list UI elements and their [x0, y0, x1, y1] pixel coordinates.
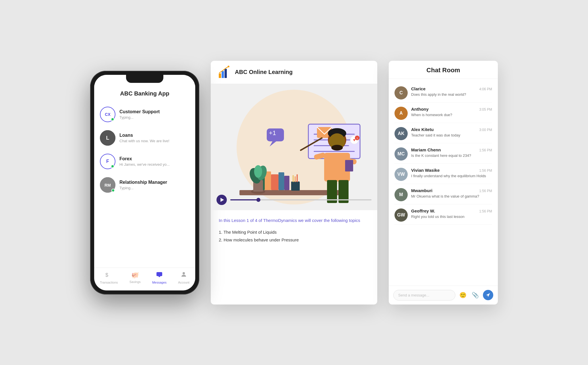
svg-rect-19 — [291, 181, 300, 191]
chat-room-header: Chat Room — [389, 61, 498, 79]
chat-name-loans: Loans — [119, 133, 189, 138]
lesson-topic-2: 2. How molecules behave under Pressure — [219, 237, 369, 242]
chat-list: CX Customer Support Typing... L Loans Ch… — [100, 104, 189, 268]
lesson-content: In this Lesson 1 of 4 of ThermoDynamics … — [211, 210, 377, 249]
svg-rect-5 — [156, 272, 162, 276]
phone-frame: ABC Banking App CX Customer Support Typi… — [90, 71, 199, 294]
svg-rect-9 — [222, 71, 224, 78]
chat-room: Chat Room C Clarice 4:06 PM Does this ap… — [389, 61, 498, 305]
msg-name-mwamburi: Mwamburi — [411, 188, 432, 193]
emoji-button[interactable]: 🙂 — [458, 290, 468, 300]
svg-rect-21 — [295, 176, 296, 182]
msg-body-anthony: Anthony 3:05 PM When is homework due? — [411, 107, 492, 118]
tab-messages[interactable]: Messages — [152, 271, 167, 284]
chat-item-forex[interactable]: F Forex Hi James, we've received yo... — [100, 151, 189, 172]
svg-rect-17 — [278, 172, 284, 190]
online-indicator — [111, 118, 114, 121]
tab-label-savings: Savings — [129, 280, 141, 284]
learning-app: ABC Online Learning — [211, 61, 377, 305]
tab-account[interactable]: Account — [178, 271, 189, 284]
progress-fill — [230, 199, 258, 200]
online-indicator — [111, 189, 115, 192]
msg-name-alex: Alex Kitetu — [411, 127, 434, 132]
chat-preview-loans: Chat with us now. We are live! — [119, 139, 189, 143]
svg-text:RM: RM — [105, 183, 111, 188]
msg-avatar-mwamburi: M — [394, 188, 408, 201]
msg-name-clarice: Clarice — [411, 86, 425, 91]
msg-item-mwamburi: M Mwamburi 1:56 PM Mr Okuema what is the… — [394, 185, 492, 204]
msg-item-alex: AK Alex Kitetu 3:00 PM Teacher said it w… — [394, 124, 492, 143]
msg-time-mwamburi: 1:56 PM — [479, 189, 492, 193]
msg-text-alex: Teacher said it was due today — [411, 133, 492, 138]
msg-avatar-clarice: C — [394, 86, 408, 99]
msg-time-anthony: 3:05 PM — [479, 108, 492, 112]
svg-rect-18 — [284, 176, 289, 190]
lesson-description: In this Lesson 1 of 4 of ThermoDynamics … — [219, 217, 369, 224]
play-button[interactable] — [216, 195, 227, 205]
msg-text-geoffrey: Right you told us this last lesson — [411, 214, 492, 219]
svg-text:1: 1 — [356, 137, 358, 140]
msg-item-geoffrey: GW Geoffrey W. 1:56 PM Right you told us… — [394, 206, 492, 225]
attachment-button[interactable]: 📎 — [471, 290, 480, 300]
chat-name-customer-support: Customer Support — [119, 109, 189, 114]
tab-label-messages: Messages — [152, 281, 167, 284]
msg-body-mwamburi: Mwamburi 1:56 PM Mr Okuema what is the v… — [411, 188, 492, 199]
lesson-topic-1: 1. The Melting Point of Liquids — [219, 230, 369, 235]
tab-transactions[interactable]: $ Transactions — [100, 271, 118, 284]
svg-text:+1: +1 — [269, 129, 276, 136]
chat-avatar-relationship-manager: RM — [100, 177, 115, 193]
message-input[interactable] — [393, 290, 455, 300]
msg-avatar-anthony: A — [394, 107, 408, 120]
msg-text-vivian: I finally understand why the equilibrium… — [411, 173, 492, 179]
chat-preview-relationship-manager: Typing... — [119, 186, 189, 190]
msg-avatar-geoffrey: GW — [394, 208, 408, 222]
chat-preview-customer-support: Typing... — [119, 115, 189, 120]
msg-text-anthony: When is homework due? — [411, 112, 492, 118]
svg-point-44 — [331, 145, 343, 151]
svg-point-7 — [183, 272, 185, 274]
msg-name-vivian: Vivian Wasike — [411, 168, 440, 173]
svg-rect-8 — [219, 73, 221, 78]
svg-rect-10 — [225, 69, 227, 78]
chat-name-forex: Forex — [119, 156, 189, 161]
msg-name-anthony: Anthony — [411, 107, 429, 112]
tab-icon-account — [180, 271, 187, 280]
msg-text-clarice: Does this apply in the real world? — [411, 92, 492, 97]
msg-item-mariam: MC Mariam Chenn 1:56 PM Is the K constan… — [394, 145, 492, 164]
msg-body-mariam: Mariam Chenn 1:56 PM Is the K constant h… — [411, 147, 492, 158]
chat-item-customer-support[interactable]: CX Customer Support Typing... — [100, 104, 189, 125]
msg-item-anthony: A Anthony 3:05 PM When is homework due? — [394, 104, 492, 123]
app-title: ABC Banking App — [100, 90, 189, 97]
svg-rect-22 — [297, 174, 298, 182]
lesson-topics: 1. The Melting Point of Liquids2. How mo… — [219, 230, 369, 242]
msg-text-mwamburi: Mr Okuema what is the value of gamma? — [411, 194, 492, 199]
phone-device: ABC Banking App CX Customer Support Typi… — [90, 71, 199, 294]
chat-item-loans[interactable]: L Loans Chat with us now. We are live! — [100, 127, 189, 149]
progress-thumb — [256, 198, 260, 202]
tab-icon-messages — [156, 271, 163, 280]
msg-body-vivian: Vivian Wasike 1:56 PM I finally understa… — [411, 168, 492, 179]
msg-name-mariam: Mariam Chenn — [411, 147, 441, 152]
learning-app-title: ABC Online Learning — [235, 69, 293, 75]
msg-body-geoffrey: Geoffrey W. 1:56 PM Right you told us th… — [411, 208, 492, 219]
chat-input-area: 🙂 📎 — [389, 286, 498, 305]
msg-text-mariam: Is the K constant here equal to 234? — [411, 153, 492, 158]
msg-name-geoffrey: Geoffrey W. — [411, 208, 435, 213]
chat-item-relationship-manager[interactable]: RM Relationship Manager Typing... — [100, 174, 189, 196]
msg-item-clarice: C Clarice 4:06 PM Does this apply in the… — [394, 83, 492, 103]
msg-time-mariam: 1:56 PM — [479, 148, 492, 152]
msg-avatar-alex: AK — [394, 127, 408, 140]
phone-content: ABC Banking App CX Customer Support Typi… — [94, 87, 195, 268]
chat-avatar-customer-support: CX — [100, 107, 115, 122]
progress-bar[interactable] — [230, 199, 372, 200]
learning-header: ABC Online Learning — [211, 61, 377, 84]
tab-savings[interactable]: 🐖 Savings — [129, 272, 141, 284]
msg-body-alex: Alex Kitetu 3:00 PM Teacher said it was … — [411, 127, 492, 138]
msg-time-clarice: 4:06 PM — [479, 87, 492, 91]
msg-time-vivian: 1:56 PM — [479, 169, 492, 173]
tab-label-account: Account — [178, 281, 189, 284]
send-button[interactable] — [483, 290, 493, 300]
msg-time-geoffrey: 1:56 PM — [479, 209, 492, 213]
chat-avatar-forex: F — [100, 154, 115, 169]
svg-rect-16 — [271, 174, 278, 190]
